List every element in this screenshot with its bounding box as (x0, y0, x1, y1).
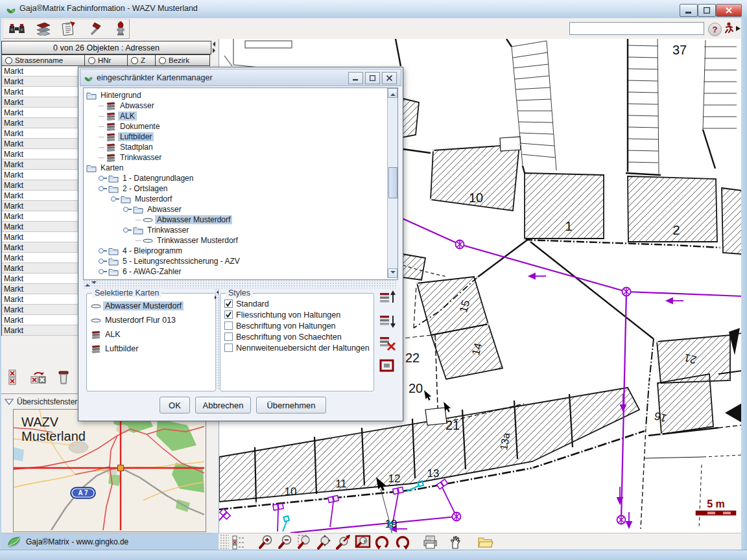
dialog-maximize-button[interactable] (365, 72, 380, 84)
tree-item[interactable]: Luftbilder (84, 132, 397, 142)
tree-item[interactable]: Abwasser (84, 100, 397, 111)
report-icon[interactable] (57, 20, 80, 37)
tree-expand-handle-icon[interactable] (99, 269, 107, 274)
checkbox-icon[interactable] (224, 299, 233, 308)
search-input[interactable] (569, 22, 704, 35)
splitter-up-icon[interactable] (85, 281, 90, 286)
tree-scrollbar[interactable] (387, 88, 397, 278)
dialog-splitter-vertical[interactable] (215, 288, 220, 390)
delete-icon[interactable] (56, 369, 71, 388)
tree-item[interactable]: Abwasser Musterdorf (84, 215, 397, 225)
dialog-splitter-horizontal[interactable] (83, 279, 397, 288)
expand-right-icon[interactable] (213, 48, 215, 53)
collapse-left-icon[interactable] (213, 41, 215, 47)
tree-expand-handle-icon[interactable] (111, 196, 119, 202)
tree-item[interactable]: ALK (84, 111, 397, 121)
titlebar[interactable]: Gaja®Matrix Fachinformation - WAZV Muste… (0, 0, 747, 19)
maximize-button[interactable] (698, 4, 716, 17)
tree-item[interactable]: 2 - Ortslagen (84, 183, 397, 194)
style-checkbox-row[interactable]: Beschriftung von Schaechten (220, 331, 374, 342)
exit-runner-icon[interactable] (722, 21, 742, 38)
tree-item[interactable]: Trinkwasser (84, 152, 397, 163)
checkbox-icon[interactable] (224, 332, 233, 341)
hammer-icon[interactable] (83, 20, 106, 37)
folder-icon[interactable] (475, 534, 495, 550)
tree-item[interactable]: Karten (84, 163, 397, 173)
zoom-full-icon[interactable] (353, 534, 373, 550)
zoom-in-icon[interactable] (256, 534, 276, 550)
scroll-down-icon[interactable] (388, 268, 397, 278)
result-count-header[interactable]: 0 von 26 Objekten : Adressen (1, 41, 211, 54)
scrollbar-thumb[interactable] (388, 167, 397, 198)
splitter-down-icon[interactable] (91, 281, 97, 286)
splitter-right-icon[interactable] (215, 296, 219, 299)
tree-item[interactable]: 5 - Leitungsrechtssicherung - AZV (84, 256, 397, 266)
selected-map-item[interactable]: Musterdorf Flur 013 (87, 313, 215, 327)
checkbox-icon[interactable] (224, 344, 233, 352)
tree-expand-handle-icon[interactable] (99, 259, 107, 264)
fit-extent-icon[interactable] (378, 358, 397, 375)
pan-hand-icon[interactable] (445, 534, 465, 550)
tree-expand-handle-icon[interactable] (99, 248, 107, 253)
tree-item[interactable]: Stadtplan (84, 142, 397, 152)
style-checkbox-row[interactable]: Nennweitenuebersicht der Haltungen (220, 342, 374, 353)
help-button[interactable]: ? (708, 23, 722, 36)
tree-expand-handle-icon[interactable] (123, 207, 132, 212)
invert-selection-icon[interactable] (30, 369, 47, 388)
selected-map-item[interactable]: Luftbilder (87, 342, 215, 356)
selected-map-label: Abwasser Musterdorf (103, 301, 184, 310)
apply-button[interactable]: Übernehmen (256, 397, 326, 414)
zoom-last-icon[interactable] (334, 534, 353, 550)
checkbox-icon[interactable] (224, 310, 233, 319)
close-button[interactable] (716, 4, 742, 17)
undo-view-icon[interactable] (373, 534, 392, 550)
tree-item[interactable]: 6 - AWAG-Zahler (84, 266, 397, 277)
tree-item[interactable]: Abwasser (84, 204, 397, 215)
zoom-pan-icon[interactable] (314, 534, 334, 550)
overview-header[interactable]: Übersichtsfenster (4, 396, 77, 408)
splitter-left-icon[interactable] (215, 290, 219, 294)
tree-item[interactable]: Trinkwasser (84, 225, 397, 235)
column-header-hnr[interactable]: HNr (85, 54, 128, 66)
layers-icon[interactable] (31, 20, 54, 37)
binoculars-icon[interactable] (5, 20, 29, 37)
tree-expand-handle-icon[interactable] (99, 176, 107, 181)
tree-expand-handle-icon[interactable] (99, 186, 107, 191)
minimize-button[interactable] (680, 4, 698, 17)
tree-item[interactable]: Dokumente (84, 121, 397, 132)
dialog-minimize-button[interactable] (348, 72, 363, 84)
tree-item[interactable]: Trinkwasser Musterdorf (84, 235, 397, 246)
zoom-out-icon[interactable] (276, 534, 295, 550)
redo-view-icon[interactable] (392, 534, 412, 550)
tree-expand-handle-icon[interactable] (123, 228, 132, 233)
tree-item[interactable]: 1 - Datengrundlagen (84, 173, 397, 183)
remove-layer-icon[interactable] (378, 335, 397, 352)
print-icon[interactable] (421, 534, 440, 550)
style-checkbox-row[interactable]: Fliessrichtung von Haltungen (220, 309, 374, 320)
ok-button[interactable]: OK (160, 397, 190, 414)
clear-selection-icon[interactable] (6, 369, 21, 388)
selected-map-item[interactable]: Abwasser Musterdorf (87, 299, 215, 313)
style-checkbox-row[interactable]: Standard (220, 298, 374, 309)
scroll-up-icon[interactable] (388, 88, 397, 98)
toolbar-grip[interactable] (220, 534, 229, 550)
selected-map-item[interactable]: ALK (87, 327, 215, 342)
move-layer-down-icon[interactable] (378, 312, 397, 329)
cancel-button[interactable]: Abbrechen (195, 397, 251, 414)
column-header-strassenname[interactable]: Strassenname (1, 54, 85, 66)
style-checkbox-row[interactable]: Beschriftung von Haltungen (220, 320, 374, 331)
move-layer-up-icon[interactable] (378, 290, 397, 307)
folder-icon (108, 268, 119, 276)
dialog-titlebar[interactable]: eingeschränkter Kartenmanager (80, 69, 401, 86)
layer-list-icon[interactable] (229, 534, 248, 550)
column-header-z[interactable]: Z (128, 54, 156, 66)
overview-map[interactable]: A 7 WAZV Musterland (13, 409, 206, 532)
tree-item[interactable]: Hintergrund (84, 90, 397, 100)
checkbox-icon[interactable] (224, 321, 233, 330)
tree-item[interactable]: 4 - Bleiprogramm (84, 246, 397, 256)
tree-item[interactable]: Musterdorf (84, 194, 397, 204)
column-header-bezirk[interactable]: Bezirk (156, 54, 210, 66)
hydrant-icon[interactable] (109, 20, 132, 37)
dialog-close-button[interactable] (382, 72, 397, 84)
zoom-window-icon[interactable] (295, 534, 314, 550)
